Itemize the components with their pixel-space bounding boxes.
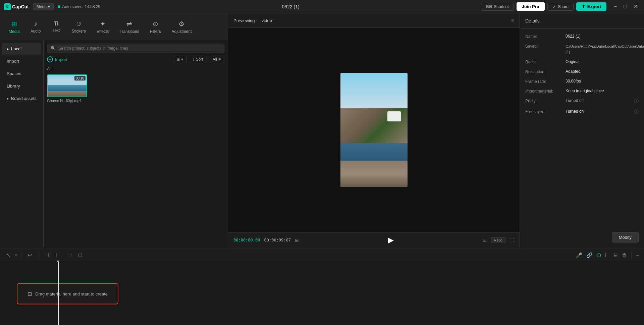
trim-right-button[interactable]: ⊣ <box>65 251 74 259</box>
detail-value-ratio: Original <box>566 59 639 64</box>
toolbar-audio-label: Audio <box>31 29 41 34</box>
search-input[interactable] <box>58 46 221 51</box>
main-layout: ⊞ Media ♪ Audio TI Text ☺ Stickers ✦ Eff… <box>0 13 644 248</box>
toolbar-stickers[interactable]: ☺ Stickers <box>66 17 91 36</box>
detail-row-resolution: Resolution: Adapted <box>525 69 639 74</box>
fullscreen-button[interactable]: ⛶ <box>509 237 514 243</box>
all-filter-label: All <box>213 57 217 62</box>
toolbar-stickers-label: Stickers <box>71 29 86 34</box>
frames-view-button[interactable]: ⊞ <box>295 237 299 243</box>
auto-save-dot-icon <box>58 5 60 8</box>
split-audio-button[interactable]: ⊢ <box>604 251 610 259</box>
detail-label-resolution: Resolution: <box>525 69 562 74</box>
undo-button[interactable]: ↩ <box>25 251 34 259</box>
close-button[interactable]: ✕ <box>632 3 640 10</box>
sidebar-item-local[interactable]: ▸ Local <box>2 43 41 55</box>
timeline-content: ⊡ Drag material here and start to create <box>0 262 644 325</box>
all-filter-button[interactable]: All ≡ <box>209 56 224 63</box>
menu-button[interactable]: Menu ▾ <box>33 3 54 10</box>
freelayer-info-icon[interactable]: ⓘ <box>634 109 639 115</box>
sidebar-item-import[interactable]: Import <box>2 55 41 67</box>
zoom-out-button[interactable]: − <box>635 251 640 259</box>
sidebar-item-spaces[interactable]: Spaces <box>2 68 41 79</box>
sidebar-brand-label: Brand assets <box>11 96 37 101</box>
trim-left-button[interactable]: ⊢ <box>54 251 62 259</box>
delete-button[interactable]: □ <box>76 251 84 259</box>
timeline-toolbar: ↖ ▾ ↩ ⊣ ⊢ ⊣ □ 🎤 🔗 ⬡ ⊢ ⊟ 🗑 − <box>0 248 644 262</box>
timeline-tracks: ⊡ Drag material here and start to create <box>0 262 644 325</box>
list-item[interactable]: 00:10 Greece N...80p).mp4 <box>47 74 87 103</box>
filter-icon: ≡ <box>218 57 221 62</box>
drop-zone-text: Drag material here and start to create <box>35 291 108 296</box>
preview-menu-icon[interactable]: ≡ <box>511 17 514 23</box>
sidebar-item-brand-assets[interactable]: ▸ Brand assets <box>2 93 41 104</box>
export-button[interactable]: ⬆ Export <box>576 2 606 11</box>
link-button[interactable]: 🔗 <box>585 251 594 259</box>
toolbar-audio[interactable]: ♪ Audio <box>25 17 46 36</box>
sidebar-item-library[interactable]: Library <box>2 80 41 92</box>
sidebar-library-label: Library <box>7 84 20 89</box>
toolbar-adjustment[interactable]: ⚙ Adjustment <box>166 17 197 37</box>
import-button[interactable]: + Import <box>47 56 67 62</box>
join-pro-button[interactable]: Join Pro <box>517 2 545 11</box>
ratio-button[interactable]: Ratio <box>491 237 505 243</box>
search-bar[interactable]: 🔍 <box>47 44 224 53</box>
media-filename: Greece N...80p).mp4 <box>47 99 87 103</box>
project-name: 0622 (1) <box>104 4 477 9</box>
media-grid: 00:10 Greece N...80p).mp4 <box>47 74 224 103</box>
timeline: ↖ ▾ ↩ ⊣ ⊢ ⊣ □ 🎤 🔗 ⬡ ⊢ ⊟ 🗑 − ⊡ Drag mater… <box>0 248 644 325</box>
detail-row-name: Name: 0622 (1) <box>525 34 639 39</box>
toolbar-filters[interactable]: ⊙ Filters <box>145 17 166 37</box>
timeline-toolbar-right: 🎤 🔗 ⬡ ⊢ ⊟ 🗑 − <box>575 251 640 259</box>
mic-button[interactable]: 🎤 <box>575 251 583 259</box>
grid-view-button[interactable]: ⊞ ▾ <box>173 56 187 63</box>
toolbar-text[interactable]: TI Text <box>46 18 66 36</box>
detail-row-import-material: Import material: Keep in original place <box>525 89 639 94</box>
media-tools: ⊞ ▾ ↕ Sort All ≡ <box>173 56 224 63</box>
sidebar-import-label: Import <box>7 59 19 64</box>
detail-row-ratio: Ratio: Original <box>525 59 639 64</box>
sidebar-local-label: Local <box>11 46 21 51</box>
toolbar-media[interactable]: ⊞ Media <box>3 17 25 37</box>
details-panel: Details Name: 0622 (1) Saved: C:/Users/R… <box>520 13 644 248</box>
proxy-info-icon[interactable]: ⓘ <box>634 98 639 104</box>
preview-panel: Previewing — video ≡ 00:00:00.00 00:00:0… <box>228 13 520 248</box>
toolbar-effects[interactable]: ✦ Effects <box>91 17 114 37</box>
detail-row-freelayer: Free layer: Turned on ⓘ <box>525 109 639 115</box>
video-frame <box>340 73 408 187</box>
maximize-button[interactable]: □ <box>622 3 629 10</box>
sort-label: Sort <box>196 57 203 62</box>
detail-value-saved: C:/Users/Ruth/AppData/Local/CapCut/UserD… <box>566 44 644 55</box>
shortcut-button[interactable]: ⌨ Shortcut <box>481 3 514 11</box>
modify-button[interactable]: Modify <box>612 232 639 242</box>
detail-label-ratio: Ratio: <box>525 59 562 64</box>
toolbar-transitions-label: Transitions <box>120 29 139 34</box>
cursor-chevron-icon: ▾ <box>15 253 17 257</box>
share-button[interactable]: ↗ Share <box>547 3 574 11</box>
cursor-button[interactable]: ↖ <box>4 251 12 259</box>
drop-icon: ⊡ <box>28 290 32 297</box>
separator-1 <box>21 252 21 259</box>
grid-chevron-icon: ▾ <box>181 57 183 62</box>
delete-clip-button[interactable]: 🗑 <box>621 251 628 259</box>
preview-video-area <box>228 28 520 232</box>
duration-badge: 00:10 <box>74 76 86 80</box>
drop-zone[interactable]: ⊡ Drag material here and start to create <box>17 283 118 304</box>
media-toolbar: + Import ⊞ ▾ ↕ Sort All <box>47 56 224 63</box>
toolbar-transitions[interactable]: ⇌ Transitions <box>114 17 145 37</box>
detail-value-framerate: 30.00fps <box>566 79 639 84</box>
sort-button[interactable]: ↕ Sort <box>189 56 207 63</box>
section-label: All <box>47 66 224 72</box>
fit-button[interactable]: ⊡ <box>483 237 487 243</box>
detail-value-proxy: Turned off <box>566 98 631 103</box>
magnet-button[interactable]: ⬡ <box>596 251 602 259</box>
share-label: Share <box>558 4 569 9</box>
sidebar: ▸ Local Import Spaces Library ▸ Brand as… <box>0 40 44 248</box>
split-button[interactable]: ⊣ <box>42 251 51 259</box>
filters-icon: ⊙ <box>153 20 158 28</box>
pip-button[interactable]: ⊟ <box>612 251 619 259</box>
logo-icon: C <box>4 3 11 10</box>
play-button[interactable]: ▶ <box>388 236 394 245</box>
topbar-right: ⌨ Shortcut Join Pro ↗ Share ⬆ Export − □… <box>481 2 640 11</box>
minimize-button[interactable]: − <box>612 3 619 10</box>
